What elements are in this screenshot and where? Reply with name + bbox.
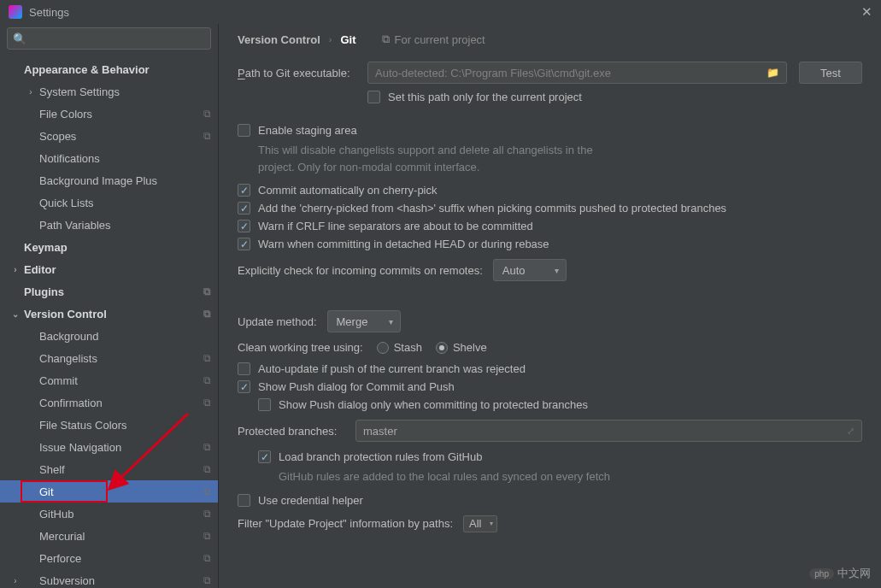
sidebar-item-version-control[interactable]: ⌄Version Control⧉ (0, 303, 218, 325)
window-title: Settings (29, 6, 861, 19)
sidebar-item-label: Commit (39, 374, 203, 387)
search-input[interactable]: 🔍 (7, 27, 211, 50)
sidebar-item-label: Shelf (39, 463, 203, 476)
sidebar-item-file-colors[interactable]: File Colors⧉ (0, 103, 218, 125)
update-method-select[interactable]: Merge (327, 310, 401, 332)
scope-icon: ⧉ (203, 130, 211, 142)
git-path-label: Path to Git executable: (238, 67, 355, 79)
search-icon: 🔍 (13, 32, 26, 45)
sidebar-item-label: System Settings (39, 85, 211, 98)
sidebar-item-git[interactable]: Git⧉ (0, 480, 218, 503)
sidebar-item-label: Keymap (24, 241, 211, 254)
sidebar-item-background-image-plus[interactable]: Background Image Plus (0, 169, 218, 191)
filter-paths-label: Filter "Update Project" information by p… (238, 517, 453, 530)
sidebar-item-label: Quick Lists (39, 197, 211, 209)
sidebar-item-label: Version Control (24, 308, 203, 320)
close-icon[interactable]: ✕ (861, 4, 872, 20)
folder-icon[interactable]: 📁 (766, 67, 779, 79)
sidebar-item-perforce[interactable]: Perforce⧉ (0, 547, 218, 569)
sidebar-item-notifications[interactable]: Notifications (0, 147, 218, 169)
scope-icon: ⧉ (203, 508, 211, 520)
scope-icon: ⧉ (203, 285, 211, 297)
filter-paths-select[interactable]: All (463, 515, 497, 532)
remote-check-label: Explicitly check for incoming commits on… (238, 264, 483, 277)
chevron-right-icon: › (329, 34, 332, 44)
sidebar-item-changelists[interactable]: Changelists⧉ (0, 347, 218, 369)
crlf-warn-label: Warn if CRLF line separators are about t… (258, 220, 533, 232)
chevron-icon: › (10, 576, 21, 585)
scope-icon: ⧉ (203, 530, 211, 542)
settings-tree: Appearance & Behavior›System SettingsFil… (0, 58, 218, 588)
sidebar-item-file-status-colors[interactable]: File Status Colors (0, 414, 218, 436)
sidebar-item-label: File Colors (39, 108, 203, 121)
sidebar-item-label: Confirmation (39, 397, 203, 409)
sidebar-item-shelf[interactable]: Shelf⧉ (0, 458, 218, 480)
breadcrumb-page: Git (340, 33, 355, 46)
sidebar-item-label: Background (39, 330, 211, 343)
sidebar-item-label: Mercurial (39, 530, 203, 543)
chevron-icon: ⌄ (10, 309, 21, 319)
shelve-radio[interactable]: Shelve (436, 341, 487, 354)
sidebar-item-keymap[interactable]: Keymap (0, 236, 218, 258)
sidebar-item-appearance-behavior[interactable]: Appearance & Behavior (0, 58, 218, 80)
sidebar-item-label: Issue Navigation (39, 441, 203, 454)
scope-icon: ⧉ (203, 108, 211, 120)
scope-icon: ⧉ (203, 485, 211, 497)
expand-icon[interactable]: ⤢ (847, 426, 855, 437)
scope-icon: ⧉ (203, 463, 211, 475)
auto-update-push-label: Auto-update if push of the current branc… (258, 362, 526, 375)
sidebar-item-confirmation[interactable]: Confirmation⧉ (0, 391, 218, 414)
sidebar-item-github[interactable]: GitHub⧉ (0, 503, 218, 525)
breadcrumb-section: Version Control (238, 33, 320, 46)
set-path-project-checkbox[interactable] (367, 91, 380, 103)
search-field[interactable] (30, 32, 205, 45)
scope-icon: ⧉ (203, 574, 211, 586)
app-icon (9, 5, 22, 19)
staging-area-checkbox[interactable] (238, 124, 250, 137)
sidebar-item-subversion[interactable]: ›Subversion⧉ (0, 569, 218, 588)
scope-icon: ⧉ (203, 374, 211, 386)
git-path-input[interactable]: Auto-detected: C:\Program Files\Git\cmd\… (367, 62, 787, 84)
sidebar-item-label: Appearance & Behavior (24, 63, 211, 76)
sidebar-item-quick-lists[interactable]: Quick Lists (0, 191, 218, 214)
show-push-protected-checkbox[interactable] (258, 398, 271, 411)
sidebar-item-mercurial[interactable]: Mercurial⧉ (0, 525, 218, 547)
crlf-warn-checkbox[interactable] (238, 220, 250, 232)
update-method-label: Update method: (238, 315, 317, 328)
chevron-icon: › (26, 87, 36, 97)
detached-warn-checkbox[interactable] (238, 238, 250, 250)
sidebar-item-plugins[interactable]: Plugins⧉ (0, 280, 218, 303)
sidebar-item-label: Plugins (24, 285, 203, 298)
protected-branches-input[interactable]: master ⤢ (355, 420, 862, 442)
sidebar-item-issue-navigation[interactable]: Issue Navigation⧉ (0, 436, 218, 458)
stash-radio[interactable]: Stash (377, 341, 422, 354)
scope-icon: ⧉ (203, 552, 211, 564)
clean-tree-label: Clean working tree using: (238, 341, 363, 354)
sidebar-item-commit[interactable]: Commit⧉ (0, 369, 218, 391)
cherry-suffix-checkbox[interactable] (238, 202, 250, 215)
sidebar-item-label: Changelists (39, 352, 203, 365)
remote-check-select[interactable]: Auto (493, 259, 567, 281)
scope-icon: ⧉ (203, 441, 211, 453)
staging-area-label: Enable staging area (258, 124, 357, 137)
auto-update-push-checkbox[interactable] (238, 362, 250, 375)
credential-helper-checkbox[interactable] (238, 494, 250, 507)
sidebar-item-system-settings[interactable]: ›System Settings (0, 80, 218, 103)
show-push-dialog-label: Show Push dialog for Commit and Push (258, 380, 455, 393)
copy-icon: ⧉ (382, 32, 390, 46)
sidebar-item-label: Perforce (39, 552, 203, 565)
scope-icon: ⧉ (203, 397, 211, 409)
load-github-rules-checkbox[interactable] (258, 450, 271, 463)
sidebar-item-label: Path Variables (39, 219, 211, 232)
cherry-auto-checkbox[interactable] (238, 184, 250, 197)
sidebar-item-editor[interactable]: ›Editor (0, 258, 218, 280)
load-github-rules-label: Load branch protection rules from GitHub (279, 450, 482, 463)
sidebar-item-label: Background Image Plus (39, 174, 211, 187)
sidebar-item-scopes[interactable]: Scopes⧉ (0, 125, 218, 147)
test-button[interactable]: Test (799, 62, 862, 84)
cherry-suffix-label: Add the 'cherry-picked from <hash>' suff… (258, 202, 726, 215)
sidebar-item-path-variables[interactable]: Path Variables (0, 214, 218, 236)
show-push-dialog-checkbox[interactable] (238, 380, 250, 393)
detached-warn-label: Warn when committing in detached HEAD or… (258, 238, 549, 250)
sidebar-item-background[interactable]: Background (0, 325, 218, 347)
